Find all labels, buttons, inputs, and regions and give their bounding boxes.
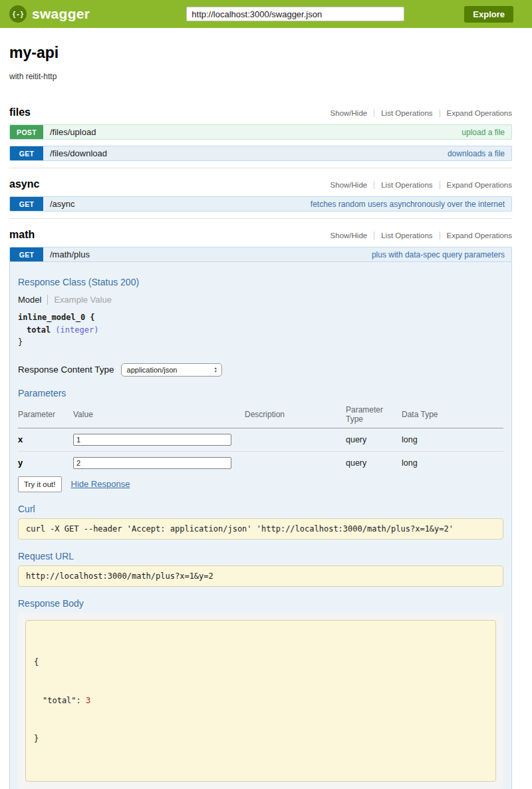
param-y-input[interactable]: [73, 457, 231, 469]
json-key: "total":: [43, 696, 81, 705]
operation-path[interactable]: /async: [50, 199, 75, 209]
operation-detail-panel: Response Class (Status 200) Model Exampl…: [9, 262, 512, 789]
resource-title-math[interactable]: math: [9, 229, 324, 241]
swagger-logo-icon: {-}: [9, 5, 27, 23]
resource-header: async Show/Hide List Operations Expand O…: [9, 178, 512, 190]
response-content-type-row: Response Content Type application/json ▲…: [18, 363, 503, 377]
operation-get-math-plus[interactable]: GET /math/plus plus with data-spec query…: [9, 247, 512, 262]
resource-math: math Show/Hide List Operations Expand Op…: [9, 229, 512, 789]
model-property-name: total: [27, 325, 51, 335]
curl-command: curl -X GET --header 'Accept: applicatio…: [18, 518, 503, 540]
operation-summary[interactable]: plus with data-spec query parameters: [372, 250, 505, 259]
explore-button[interactable]: Explore: [464, 6, 513, 23]
show-hide-link[interactable]: Show/Hide: [324, 181, 374, 189]
operation-path[interactable]: /math/plus: [50, 249, 90, 259]
tab-example-value[interactable]: Example Value: [48, 295, 111, 305]
response-content-type-label: Response Content Type: [18, 365, 114, 375]
param-data-type: long: [402, 451, 503, 472]
try-it-out-button[interactable]: Try it out!: [18, 476, 62, 492]
list-operations-link[interactable]: List Operations: [374, 109, 439, 117]
operation-summary[interactable]: fetches random users asynchronously over…: [311, 200, 505, 209]
http-method-badge: GET: [10, 146, 43, 160]
request-url-heading: Request URL: [18, 551, 503, 561]
response-content-type-select[interactable]: application/json ▲▼: [121, 363, 222, 377]
param-row-y: y query long: [18, 451, 503, 472]
response-body-heading: Response Body: [18, 598, 503, 609]
api-description: with reitit-http: [9, 72, 512, 81]
select-arrows-icon: ▲▼: [214, 367, 217, 373]
resource-async: async Show/Hide List Operations Expand O…: [9, 178, 512, 219]
operation-get-async[interactable]: GET /async fetches random users asynchro…: [9, 196, 512, 212]
operation-post-files-upload[interactable]: POST /files/upload upload a file: [9, 124, 512, 140]
try-it-out-row: Try it out! Hide Response: [18, 476, 503, 492]
api-title: my-api: [9, 44, 512, 62]
parameters-heading: Parameters: [18, 388, 503, 398]
operation-summary[interactable]: upload a file: [462, 128, 505, 137]
model-property-type: (integer): [55, 325, 98, 335]
param-row-x: x query long: [18, 428, 503, 451]
resource-controls: Show/Hide List Operations Expand Operati…: [324, 232, 512, 239]
param-description: [245, 428, 346, 451]
operation-get-files-download[interactable]: GET /files/download downloads a file: [9, 146, 512, 161]
swagger-logo[interactable]: {-} swagger: [9, 5, 90, 23]
resource-header: math Show/Hide List Operations Expand Op…: [9, 229, 512, 241]
operation-summary[interactable]: downloads a file: [448, 149, 505, 158]
expand-operations-link[interactable]: Expand Operations: [440, 181, 512, 189]
param-name: x: [18, 428, 73, 451]
param-data-type: long: [402, 428, 503, 451]
resource-files: files Show/Hide List Operations Expand O…: [9, 106, 512, 168]
response-body-container: { "total": 3 }: [18, 613, 503, 789]
resource-controls: Show/Hide List Operations Expand Operati…: [324, 181, 512, 189]
col-header-value: Value: [73, 402, 245, 428]
model-signature: inline_model_0 { total (integer) }: [18, 311, 503, 349]
http-method-badge: GET: [10, 197, 43, 211]
param-x-input[interactable]: [73, 434, 231, 446]
col-header-description: Description: [245, 402, 346, 428]
request-url: http://localhost:3000/math/plus?x=1&y=2: [18, 565, 503, 587]
param-type: query: [346, 451, 402, 472]
expand-operations-link[interactable]: Expand Operations: [440, 232, 512, 239]
topbar: {-} swagger Explore: [0, 0, 532, 28]
curl-heading: Curl: [18, 504, 503, 514]
expand-operations-link[interactable]: Expand Operations: [440, 109, 512, 117]
json-close-brace: }: [34, 732, 487, 745]
param-description: [245, 451, 346, 472]
model-tabs: Model Example Value: [18, 295, 503, 305]
param-name: y: [18, 451, 73, 472]
main-content: my-api with reitit-http files Show/Hide …: [0, 44, 532, 789]
resource-header: files Show/Hide List Operations Expand O…: [9, 106, 512, 118]
json-open-brace: {: [34, 656, 487, 669]
resource-controls: Show/Hide List Operations Expand Operati…: [324, 109, 512, 117]
parameters-table: Parameter Value Description Parameter Ty…: [18, 402, 503, 472]
col-header-parameter: Parameter: [18, 402, 73, 428]
resource-title-async[interactable]: async: [9, 178, 324, 190]
swagger-logo-text: swagger: [32, 6, 90, 22]
http-method-badge: GET: [10, 247, 43, 261]
hide-response-link[interactable]: Hide Response: [71, 479, 130, 489]
model-close-brace: }: [18, 336, 503, 349]
list-operations-link[interactable]: List Operations: [374, 181, 439, 189]
show-hide-link[interactable]: Show/Hide: [324, 109, 374, 117]
list-operations-link[interactable]: List Operations: [374, 232, 439, 239]
response-class-heading: Response Class (Status 200): [18, 277, 503, 287]
selected-content-type: application/json: [127, 366, 214, 374]
show-hide-link[interactable]: Show/Hide: [324, 232, 374, 239]
tab-model[interactable]: Model: [18, 295, 48, 305]
col-header-data-type: Data Type: [402, 402, 503, 428]
json-value: 3: [86, 696, 90, 705]
col-header-parameter-type: Parameter Type: [346, 402, 402, 428]
resource-title-files[interactable]: files: [9, 106, 324, 118]
operation-path[interactable]: /files/download: [50, 148, 107, 158]
model-name: inline_model_0 {: [18, 311, 503, 324]
response-body-json: { "total": 3 }: [25, 620, 496, 782]
http-method-badge: POST: [10, 125, 43, 139]
operation-path[interactable]: /files/upload: [50, 127, 96, 137]
spec-url-input[interactable]: [186, 7, 404, 21]
param-type: query: [346, 428, 402, 451]
